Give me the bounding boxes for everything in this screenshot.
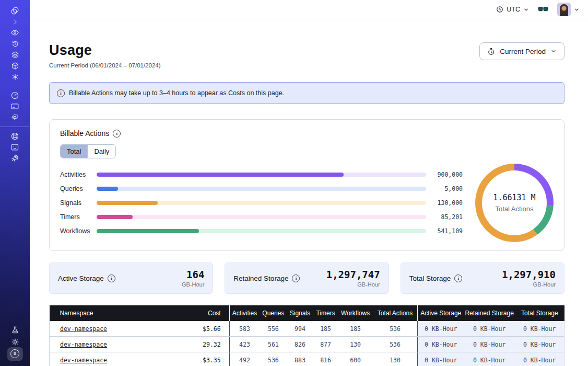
cell-timers: 816 [313,352,338,366]
namespace-usage-table: NamespaceCostActivitiesQueriesSignalsTim… [49,305,565,366]
active-storage-label: Active Storage [58,274,104,282]
user-menu[interactable] [557,3,580,16]
topbar: UTC [30,0,588,19]
bar-track [97,215,426,219]
active-storage-value: 164 [182,269,204,280]
namespace-link[interactable]: dev-namespace [60,325,107,333]
page-subtitle: Current Period (06/01/2024 – 07/01/2024) [49,62,161,68]
bar-label: Timers [60,213,97,221]
namespace-link[interactable]: dev-namespace [60,357,107,364]
bar-label: Queries [60,185,97,192]
sidebar-divider [0,127,30,127]
page-content: Usage Current Period (06/01/2024 – 07/01… [30,19,588,366]
donut-total-value: 1.66131 M [493,193,535,202]
schedules-history-icon [11,40,19,48]
cell-active-storage: 0 KB-Hour [418,352,464,366]
cell-total-storage: 0 KB-Hour [515,321,564,337]
sidebar-item-settings-gear[interactable] [0,112,30,123]
glasses-icon[interactable] [537,6,549,13]
sidebar-item-chevron-right[interactable] [0,16,30,27]
bar-row-queries: Queries5,000 [60,182,463,196]
bar-label: Activities [60,171,97,178]
bar-fill [97,215,133,219]
support-lifebuoy-icon [10,132,19,141]
cell-namespace: dev-namespace [50,337,175,352]
total-storage-value: 1,297,910 [502,269,556,280]
current-period-button[interactable]: Current Period [479,42,565,60]
sidebar-item-namespaces-eye[interactable] [0,27,30,38]
billable-actions-card: Billable Actions i Total Daily Activitie… [49,119,565,251]
bar-label: Signals [60,199,97,207]
table-header-row: NamespaceCostActivitiesQueriesSignalsTim… [50,305,565,321]
sidebar-item-billing-card[interactable] [0,101,30,112]
sidebar-item-deployments-cube[interactable] [0,60,30,71]
column-header-activities: Activities [229,305,260,321]
cell-retained-storage: 0 KB-Hour [464,321,515,337]
column-header-cost: Cost [175,305,229,321]
avatar[interactable] [557,3,571,16]
chevron-down-icon [574,7,580,13]
bar-row-signals: Signals130,000 [60,196,463,210]
namespaces-eye-icon [10,28,19,37]
table-row: dev-namespace$3.354925368838166001300 KB… [50,352,565,366]
usage-gauge-icon [10,91,19,100]
table-row: dev-namespace$5.665835569941851855360 KB… [50,321,565,337]
bar-row-timers: Timers85,201 [60,210,463,224]
bar-track [97,173,426,177]
sidebar-item-theme-sun[interactable] [0,336,30,348]
tab-total[interactable]: Total [61,145,87,158]
timezone-label: UTC [507,6,520,13]
sidebar-item-usage-gauge[interactable] [0,90,30,101]
total-storage-label: Total Storage [409,274,451,282]
info-banner: i Billable Actions may take up to 3–4 ho… [49,82,565,104]
cell-workflows: 185 [338,321,373,337]
cell-activities: 423 [229,337,260,352]
bar-value: 5,000 [426,185,463,192]
chevron-right-icon [11,18,19,26]
sidebar-item-console-face[interactable] [0,142,30,153]
cell-total-storage: 0 KB-Hour [515,337,564,352]
info-icon[interactable]: i [108,274,115,282]
column-header-queries: Queries [260,305,287,321]
sidebar-item-schedules-history[interactable] [0,38,30,49]
sidebar-item-usage-dollar[interactable]: $ [0,348,30,360]
cell-namespace: dev-namespace [50,352,175,366]
cell-activities: 492 [229,352,260,366]
sidebar-item-support-lifebuoy[interactable] [0,131,30,142]
cell-cost: 29.32 [175,337,229,352]
bar-row-workflows: Workflows541,109 [60,224,463,238]
cell-cost: $5.66 [175,321,229,337]
sidebar-item-temporal-logo[interactable] [0,5,30,16]
sidebar-item-labs-flask[interactable] [0,324,30,336]
tab-daily[interactable]: Daily [87,145,115,158]
column-header-signals: Signals [287,305,313,321]
info-icon[interactable]: i [113,130,121,138]
active-item-highlight: $ [7,347,23,361]
retained-storage-card: Retained Storage i 1,297,747 GB-Hour [225,262,389,294]
info-icon[interactable]: i [454,274,462,282]
bar-track [97,229,426,233]
clock-icon [496,6,503,13]
namespace-link[interactable]: dev-namespace [60,341,107,348]
chevron-down-icon [550,48,557,54]
cell-retained-storage: 0 KB-Hour [464,337,515,352]
billable-view-toggle: Total Daily [60,144,116,158]
bar-value: 541,109 [426,227,463,235]
active-storage-unit: GB-Hour [182,281,204,288]
bar-fill [97,229,199,233]
retained-storage-unit: GB-Hour [326,281,380,288]
billable-actions-title: Billable Actions [60,129,109,138]
cell-active-storage: 0 KB-Hour [418,337,464,352]
cell-total-actions: 536 [373,321,418,337]
info-icon: i [57,89,65,97]
asterisk-icon [11,73,19,81]
sidebar-item-asterisk[interactable] [0,71,30,82]
sidebar-item-layers[interactable] [0,49,30,60]
sidebar-item-getting-started-rocket[interactable] [0,153,30,164]
column-header-namespace: Namespace [50,305,175,321]
column-header-timers: Timers [313,305,338,321]
info-icon[interactable]: i [292,274,300,282]
cell-signals: 883 [287,352,313,366]
timezone-selector[interactable]: UTC [496,6,529,13]
sidebar: $ [0,0,30,366]
